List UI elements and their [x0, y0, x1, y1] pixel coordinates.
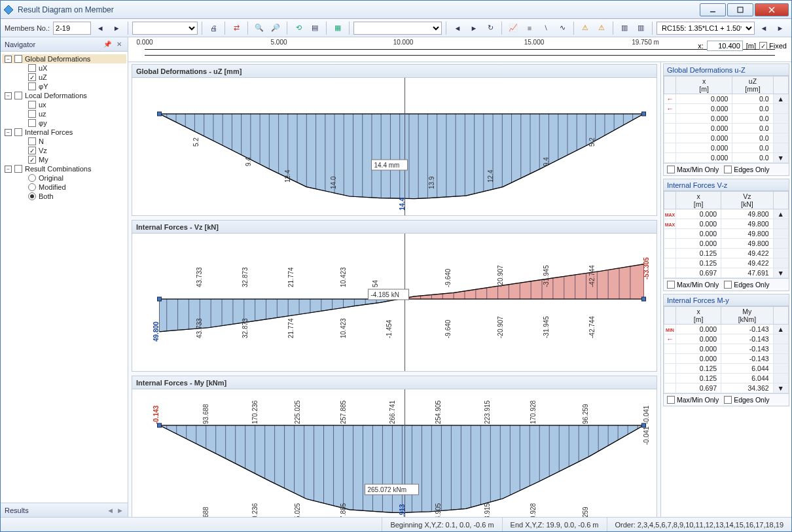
smoothing-icon[interactable]: ∿ [555, 21, 569, 35]
tree-item[interactable]: ✓uZ [2, 73, 126, 82]
table-row[interactable]: 0.69747.691▼ [664, 268, 789, 278]
lc-next-icon[interactable]: ► [773, 21, 787, 35]
close-button[interactable] [755, 3, 789, 16]
table-row[interactable]: 0.12549.422 [664, 249, 789, 258]
my-edges-checkbox[interactable]: Edges Only [724, 396, 769, 404]
tree-item[interactable]: φY [2, 82, 126, 91]
tree-group[interactable]: −Global Deformations [2, 54, 126, 63]
vz-edges-checkbox[interactable]: Edges Only [724, 281, 769, 289]
x-label: x: [698, 42, 704, 50]
refresh-icon[interactable]: ⇄ [229, 21, 243, 35]
table-row[interactable]: 0.0000.0▼ [664, 153, 789, 163]
svg-text:-0.143: -0.143 [153, 405, 160, 424]
tree-item[interactable]: uz [2, 109, 126, 118]
tree-item[interactable]: Modified [2, 183, 126, 192]
hatching-icon[interactable]: ⧵ [539, 21, 553, 35]
navigator-tree[interactable]: −Global DeformationsuX✓uZφY−Local Deform… [1, 52, 128, 503]
excel-icon[interactable]: ▦ [331, 21, 345, 35]
table-row[interactable]: 0.00049.800 [664, 239, 789, 249]
vz-maxmin-checkbox[interactable]: Max/Min Only [667, 281, 719, 289]
zoom-in-icon[interactable]: 🔍 [252, 21, 266, 35]
svg-text:21.774: 21.774 [287, 267, 295, 287]
table-row[interactable]: 0.0000.0 [664, 114, 789, 124]
navigator-foot-tab[interactable]: Results [5, 506, 29, 514]
table-row[interactable]: 0.00049.800 [664, 229, 789, 239]
diagram-uz-chart[interactable]: 5.29.412.414.013.912.49.45.214.414.4 mm [132, 78, 657, 215]
maximize-button[interactable] [727, 3, 753, 16]
tree-item[interactable]: Original [2, 173, 126, 183]
side-vz-table[interactable]: x[m]Vz[kN] MAX0.00049.800▲MAX0.00049.800… [664, 191, 789, 278]
warning-icon[interactable]: ⚠ [578, 21, 592, 35]
next-member-button[interactable]: ► [109, 21, 124, 35]
tree-item[interactable]: ux [2, 100, 126, 109]
tree-group[interactable]: −Internal Forces [2, 128, 126, 137]
nav-prev-icon[interactable]: ► [467, 21, 481, 35]
table-row[interactable]: 0.000-0.143 [664, 344, 789, 354]
uz-maxmin-checkbox[interactable]: Max/Min Only [667, 166, 719, 173]
table-row[interactable]: MIN0.000-0.143▲ [664, 325, 789, 334]
warning2-icon[interactable]: ⚠ [594, 21, 609, 35]
diagram-toggle-icon[interactable]: 📈 [506, 21, 520, 35]
loadcase-dropdown[interactable]: RC155: 1.35*LC1 + 1.50*L [657, 22, 755, 35]
fixed-checkbox[interactable]: ✓Fixed [759, 42, 787, 50]
lc-prev-icon[interactable]: ◄ [757, 21, 771, 35]
tab-scroll-right-icon[interactable]: ► [117, 506, 124, 514]
navigator-title: Navigator [5, 41, 35, 48]
tree-group[interactable]: −Local Deformations [2, 91, 126, 100]
tab-scroll-left-icon[interactable]: ◄ [107, 506, 114, 514]
nav-first-icon[interactable]: ◄ [450, 21, 465, 35]
members-input[interactable] [53, 22, 91, 35]
tree-item[interactable]: ✓Vz [2, 146, 126, 155]
table-row[interactable]: 0.1256.044 [664, 374, 789, 383]
tree-item[interactable]: φy [2, 118, 126, 128]
diagram-my-panel: Internal Forces - My [kNm] -0.143-0.041-… [132, 376, 657, 517]
table-row[interactable]: ←0.0000.0 [664, 104, 789, 114]
table-row[interactable]: 0.0000.0 [664, 133, 789, 143]
close-panel-icon[interactable]: ✕ [115, 40, 124, 49]
pin-icon[interactable]: 📌 [103, 40, 112, 49]
sync-icon[interactable]: ⟲ [291, 21, 306, 35]
filter-dropdown[interactable] [353, 22, 442, 35]
main-area: 0.0005.00010.00015.00019.750 m x: [m] ✓F… [128, 37, 791, 517]
zoom-out-icon[interactable]: 🔎 [268, 21, 283, 35]
app-icon [3, 5, 14, 15]
svg-text:-31.945: -31.945 [543, 316, 550, 338]
table-row[interactable]: ←0.0000.0▲ [664, 94, 789, 104]
svg-text:-9.640: -9.640 [444, 268, 452, 287]
table2-icon[interactable]: ▥ [634, 21, 648, 35]
table-row[interactable]: 0.0000.0 [664, 143, 789, 153]
svg-text:93.688: 93.688 [202, 506, 209, 517]
tree-group[interactable]: −Result Combinations [2, 164, 126, 173]
values-icon[interactable]: ≡ [522, 21, 537, 35]
side-my-table[interactable]: x[m]My[kNm] MIN0.000-0.143▲←0.000-0.1430… [664, 306, 789, 393]
selection-dropdown[interactable] [132, 22, 198, 35]
table-row[interactable]: 0.69734.362▼ [664, 383, 789, 393]
tree-item[interactable]: uX [2, 63, 126, 73]
x-input[interactable] [707, 41, 743, 51]
tree-item[interactable]: Both [2, 192, 126, 201]
diagram-vz-chart[interactable]: 49.800-53.30543.73332.87321.77410.42354-… [132, 234, 657, 371]
table-row[interactable]: MAX0.00049.800▲ [664, 209, 789, 219]
tree-item[interactable]: ✓My [2, 155, 126, 164]
my-maxmin-checkbox[interactable]: Max/Min Only [667, 396, 719, 404]
uz-edges-checkbox[interactable]: Edges Only [724, 166, 769, 173]
table-row[interactable]: 0.000-0.143 [664, 354, 789, 364]
side-uz-table[interactable]: x[m]uZ[mm] ←0.0000.0▲←0.0000.00.0000.00.… [664, 76, 789, 163]
diagram-my-chart[interactable]: -0.143-0.041-0.04193.688170.236225.02525… [132, 389, 657, 517]
table1-icon[interactable]: ▥ [617, 21, 632, 35]
table-row[interactable]: ←0.000-0.143 [664, 334, 789, 344]
table-row[interactable]: MAX0.00049.800 [664, 219, 789, 229]
svg-text:96.259: 96.259 [582, 506, 589, 517]
list-icon[interactable]: ▤ [308, 21, 322, 35]
minimize-button[interactable] [700, 3, 726, 16]
table-row[interactable]: 0.1256.044 [664, 364, 789, 374]
svg-text:32.873: 32.873 [242, 318, 249, 338]
table-row[interactable]: 0.0000.0 [664, 124, 789, 133]
loop-icon[interactable]: ↻ [483, 21, 497, 35]
tree-item[interactable]: N [2, 137, 126, 146]
svg-text:14.4 mm: 14.4 mm [374, 162, 400, 169]
print-icon[interactable]: 🖨 [206, 21, 221, 35]
prev-member-button[interactable]: ◄ [93, 21, 107, 35]
table-row[interactable]: 0.12549.422 [664, 258, 789, 268]
ruler-tick: 10.000 [393, 39, 414, 46]
